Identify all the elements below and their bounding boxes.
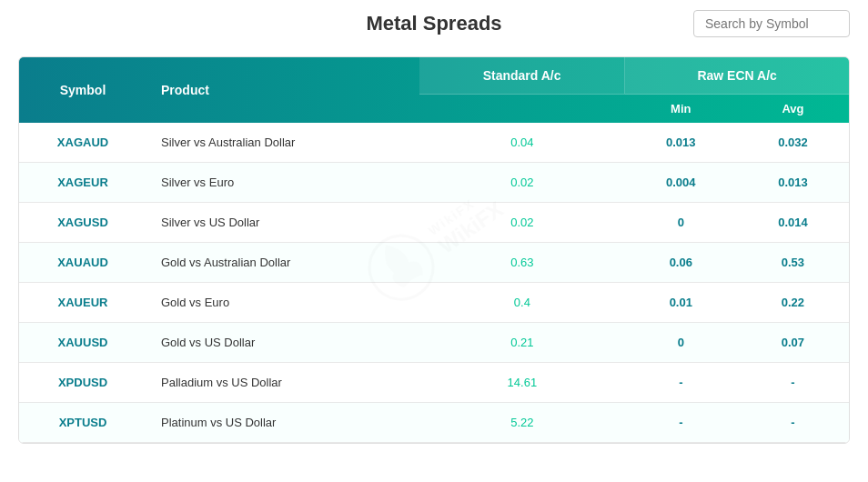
symbol-cell: XAGEUR (19, 163, 146, 203)
table-row: XAGUSDSilver vs US Dollar0.0200.014 (19, 203, 849, 243)
ecn-min-cell: 0.004 (625, 163, 737, 203)
ecn-avg-cell: 0.014 (737, 203, 849, 243)
table-row: XPTUSDPlatinum vs US Dollar5.22-- (19, 403, 849, 443)
search-box-wrapper (693, 10, 850, 37)
symbol-cell: XAUAUD (19, 243, 146, 283)
product-cell: Silver vs Australian Dollar (146, 123, 419, 163)
ecn-min-cell: 0 (625, 323, 737, 363)
standard-spread-cell: 0.02 (419, 163, 625, 203)
ecn-min-cell: - (625, 403, 737, 443)
table-container: Symbol Product Standard A/c Raw ECN A/c … (18, 56, 850, 444)
symbol-cell: XPTUSD (19, 403, 146, 443)
standard-spread-cell: 0.02 (419, 203, 625, 243)
table-row: XAGAUDSilver vs Australian Dollar0.040.0… (19, 123, 849, 163)
ecn-avg-cell: - (737, 403, 849, 443)
standard-sub-header (419, 95, 625, 124)
ecn-avg-cell: 0.032 (737, 123, 849, 163)
metal-spreads-table: Symbol Product Standard A/c Raw ECN A/c … (19, 57, 849, 443)
symbol-cell: XAUEUR (19, 283, 146, 323)
product-column-header: Product (146, 57, 419, 123)
standard-ac-column-header: Standard A/c (419, 57, 625, 95)
product-cell: Silver vs US Dollar (146, 203, 419, 243)
ecn-min-cell: 0.013 (625, 123, 737, 163)
min-column-header: Min (625, 95, 737, 124)
product-cell: Gold vs Euro (146, 283, 419, 323)
header-area: Metal Spreads (0, 0, 868, 47)
ecn-min-cell: 0 (625, 203, 737, 243)
standard-spread-cell: 5.22 (419, 403, 625, 443)
ecn-avg-cell: 0.53 (737, 243, 849, 283)
ecn-min-cell: - (625, 363, 737, 403)
standard-spread-cell: 0.63 (419, 243, 625, 283)
ecn-min-cell: 0.01 (625, 283, 737, 323)
product-cell: Gold vs US Dollar (146, 323, 419, 363)
raw-ecn-ac-column-header: Raw ECN A/c (625, 57, 849, 95)
standard-spread-cell: 0.04 (419, 123, 625, 163)
product-cell: Palladium vs US Dollar (146, 363, 419, 403)
symbol-column-header: Symbol (19, 57, 146, 123)
table-row: XAUEURGold vs Euro0.40.010.22 (19, 283, 849, 323)
product-cell: Gold vs Australian Dollar (146, 243, 419, 283)
standard-spread-cell: 0.4 (419, 283, 625, 323)
avg-column-header: Avg (737, 95, 849, 124)
search-input[interactable] (693, 10, 850, 37)
standard-spread-cell: 0.21 (419, 323, 625, 363)
table-row: XAUUSDGold vs US Dollar0.2100.07 (19, 323, 849, 363)
symbol-cell: XAGUSD (19, 203, 146, 243)
standard-spread-cell: 14.61 (419, 363, 625, 403)
table-body: XAGAUDSilver vs Australian Dollar0.040.0… (19, 123, 849, 443)
page-title: Metal Spreads (366, 12, 501, 35)
table-top-header-row: Symbol Product Standard A/c Raw ECN A/c (19, 57, 849, 95)
ecn-avg-cell: 0.22 (737, 283, 849, 323)
ecn-avg-cell: - (737, 363, 849, 403)
table-row: XAUAUDGold vs Australian Dollar0.630.060… (19, 243, 849, 283)
symbol-cell: XAUUSD (19, 323, 146, 363)
ecn-avg-cell: 0.07 (737, 323, 849, 363)
product-cell: Platinum vs US Dollar (146, 403, 419, 443)
table-row: XAGEURSilver vs Euro0.020.0040.013 (19, 163, 849, 203)
symbol-cell: XAGAUD (19, 123, 146, 163)
table-row: XPDUSDPalladium vs US Dollar14.61-- (19, 363, 849, 403)
product-cell: Silver vs Euro (146, 163, 419, 203)
ecn-min-cell: 0.06 (625, 243, 737, 283)
symbol-cell: XPDUSD (19, 363, 146, 403)
ecn-avg-cell: 0.013 (737, 163, 849, 203)
